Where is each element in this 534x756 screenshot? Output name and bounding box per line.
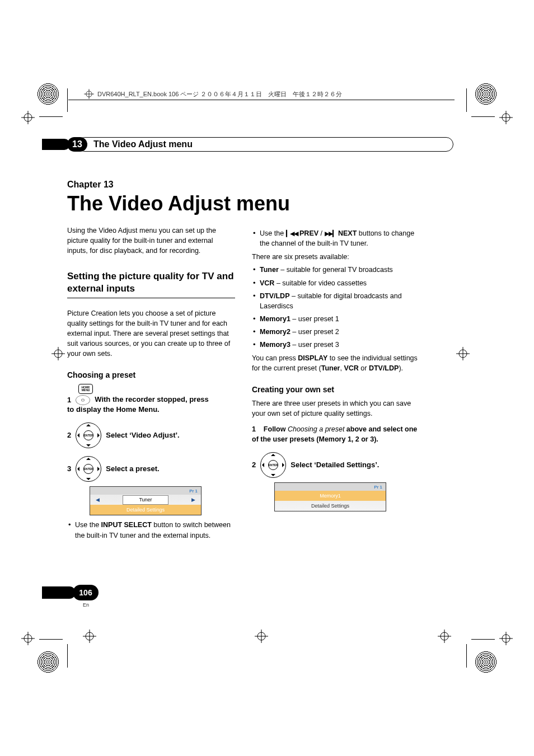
preset-name: Memory1	[260, 315, 291, 323]
preset-desc: – user preset 3	[291, 341, 339, 349]
chapter-label: Chapter 13	[67, 180, 453, 190]
right-column: Use the ▎◀◀ PREV / ▶▶▎ NEXT buttons to c…	[252, 226, 420, 543]
dpad-center-label: ENTER	[268, 460, 278, 470]
step-number: 2	[67, 430, 71, 441]
side-tab	[42, 139, 70, 150]
step-number: 2	[252, 460, 256, 471]
chapter-bar: 13 The Video Adjust menu	[67, 137, 453, 152]
preset-desc: – user preset 1	[291, 315, 339, 323]
preset-item: VCR – suitable for video cassettes	[252, 278, 420, 288]
dpad-center-label: ENTER	[83, 430, 93, 440]
preset-name: Tuner	[260, 266, 279, 274]
preset-item: Tuner – suitable for general TV broadcas…	[252, 265, 420, 275]
dpad-icon: ENTER	[260, 452, 286, 478]
crosshair-icon	[499, 111, 513, 124]
side-tab	[42, 586, 76, 599]
display-note: You can press DISPLAY to see the individ…	[252, 353, 420, 373]
page-language: En	[83, 602, 89, 608]
preset-name: Memory3	[260, 341, 291, 349]
panel-badge: Pr 1	[189, 488, 198, 495]
bullet-text: Use the	[260, 229, 286, 237]
crosshair-icon	[438, 630, 451, 643]
step-text: With the recorder stopped, press	[95, 395, 209, 405]
crop-line	[471, 639, 495, 640]
chapter-title-pill: The Video Adjust menu	[77, 137, 453, 152]
panel-value: Tuner	[123, 495, 168, 505]
button-glyph-home: HOME MENU	[78, 384, 235, 394]
ui-preview-panel: Pr 1 Memory1 Detailed Settings	[274, 482, 386, 511]
creating-set-body: There are three user presets in which yo…	[252, 398, 420, 419]
section-heading: Setting the picture quality for TV and e…	[67, 270, 235, 294]
step-text: Follow	[264, 425, 288, 433]
dpad-center-label: ENTER	[83, 464, 93, 474]
header-text: DVR640H_RLT_EN.book 106 ページ ２００６年４月１１日 火…	[97, 90, 342, 98]
subheading-choosing-preset: Choosing a preset	[67, 369, 235, 381]
caret-left-icon: ◀	[96, 496, 100, 504]
preset-name: Memory2	[260, 328, 291, 336]
step-text: to display the Home Menu.	[67, 405, 235, 415]
skip-next-icon: ▶▶▎	[325, 230, 336, 237]
registration-target-icon	[475, 651, 497, 673]
bullet-text: /	[318, 229, 324, 237]
bullet-text: Use the	[75, 521, 101, 529]
dpad-icon: ENTER	[76, 422, 101, 448]
step-line: 1 Follow Choosing a preset above and sel…	[252, 424, 420, 444]
panel-badge: Pr 1	[374, 484, 382, 491]
presets-intro: There are six presets available:	[252, 252, 420, 262]
crosshair-icon	[21, 632, 35, 645]
step-text: Select ‘Detailed Settings’.	[291, 461, 379, 470]
step-italic: Choosing a preset	[288, 425, 344, 433]
bullet-bold: NEXT	[336, 229, 357, 237]
divider	[67, 298, 235, 298]
preset-item: DTV/LDP – suitable for digital broadcast…	[252, 291, 420, 311]
preset-name: DTV/LDP	[260, 292, 289, 300]
crosshair-icon	[255, 630, 268, 643]
panel-row: Detailed Settings	[275, 501, 386, 511]
preset-item: Memory3 – user preset 3	[252, 340, 420, 350]
panel-row-selected: Memory1	[275, 491, 386, 501]
crop-line	[466, 644, 467, 668]
preset-item: Memory2 – user preset 2	[252, 327, 420, 337]
step-text: Select ‘Video Adjust’.	[106, 431, 179, 440]
chapter-number-badge: 13	[67, 137, 87, 152]
left-column: Using the Video Adjust menu you can set …	[67, 226, 235, 543]
registration-target-icon	[475, 83, 497, 105]
preset-desc: – suitable for general TV broadcasts	[279, 266, 393, 274]
page-title: The Video Adjust menu	[67, 192, 453, 215]
home-button-label-2: MENU	[82, 389, 90, 392]
crop-line	[39, 116, 63, 117]
preset-item: Memory1 – user preset 1	[252, 314, 420, 324]
registration-target-icon	[37, 83, 59, 105]
intro-paragraph: Using the Video Adjust menu you can set …	[67, 226, 235, 256]
section-body: Picture Creation lets you choose a set o…	[67, 308, 235, 359]
step-number: 3	[67, 464, 71, 475]
crosshair-icon	[84, 89, 94, 99]
page-number-badge: 106	[73, 585, 99, 600]
bullet-item: Use the INPUT SELECT button to switch be…	[67, 520, 235, 540]
crosshair-icon	[499, 632, 513, 645]
step-text: Select a preset.	[106, 464, 159, 474]
crosshair-icon	[83, 630, 96, 643]
preset-desc: – user preset 2	[291, 328, 339, 336]
step-number: 1	[67, 395, 71, 406]
disc-icon	[76, 395, 90, 405]
crosshair-icon	[456, 347, 470, 360]
step-number: 1	[252, 425, 256, 433]
ui-preview-panel: Pr 1 ◀ Tuner ▶ Detailed Settings	[90, 486, 202, 515]
panel-row-selected: Detailed Settings	[121, 506, 170, 514]
preset-name: VCR	[260, 279, 274, 287]
header-divider	[68, 100, 455, 100]
chapter-bar-title: The Video Adjust menu	[93, 139, 193, 149]
dpad-icon: ENTER	[76, 456, 101, 482]
caret-right-icon: ▶	[191, 496, 195, 504]
crop-line	[67, 644, 68, 668]
preset-desc: – suitable for video cassettes	[274, 279, 367, 287]
bullet-item: Use the ▎◀◀ PREV / ▶▶▎ NEXT buttons to c…	[252, 228, 420, 248]
subheading-creating-set: Creating your own set	[252, 384, 420, 395]
crosshair-icon	[21, 111, 35, 124]
bullet-bold: PREV	[298, 229, 319, 237]
crop-line	[466, 88, 467, 112]
crosshair-icon	[51, 347, 65, 360]
crop-line	[39, 639, 63, 640]
crop-line	[471, 116, 495, 117]
